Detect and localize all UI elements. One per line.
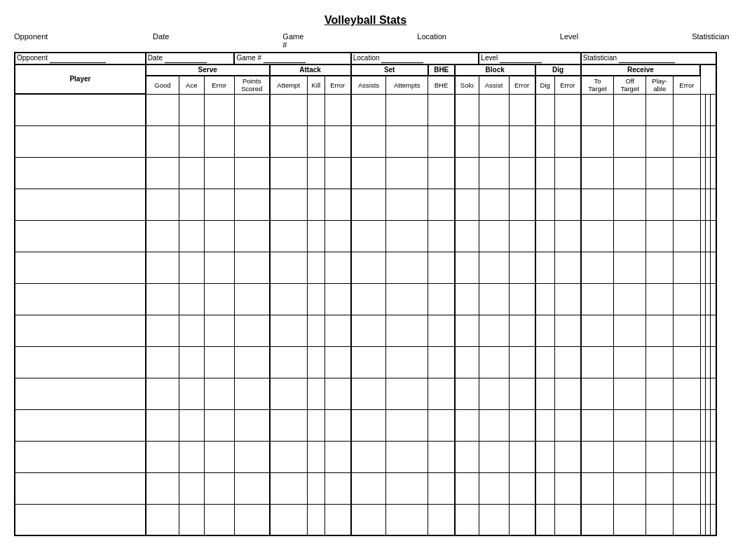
table-row: [15, 441, 716, 472]
table-row: [15, 157, 716, 189]
table-row: [15, 472, 716, 504]
group-receive: Receive: [581, 64, 700, 76]
game-field-label: Game #: [236, 54, 261, 62]
col-receive-error: Error: [674, 76, 700, 94]
level-field-label: Level: [481, 54, 498, 62]
table-row: [15, 189, 716, 220]
group-set: Set: [351, 64, 428, 76]
opponent-field-label: Opponent: [17, 54, 48, 62]
col-attack-error: Error: [324, 76, 350, 94]
group-attack: Attack: [270, 64, 351, 76]
location-label: Location: [417, 32, 446, 49]
group-dig: Dig: [535, 64, 581, 76]
col-bhe-header: BHE: [428, 64, 455, 76]
location-field-label: Location: [353, 54, 380, 62]
col-points-scored: Points Scored: [234, 76, 269, 94]
col-block-error: Error: [509, 76, 535, 94]
table-row: [15, 125, 716, 157]
date-label: Date: [153, 32, 169, 49]
col-playable: Play-able: [646, 76, 674, 94]
info-line-row: Opponent Date Game # Location Level Stat: [15, 53, 716, 64]
stats-table: Opponent Date Game # Location Level Stat: [14, 52, 717, 536]
col-set-bhe: BHE: [428, 76, 455, 94]
col-ace: Ace: [179, 76, 204, 94]
col-off-target: OffTarget: [614, 76, 646, 94]
table-row: [15, 378, 716, 409]
table-row: [15, 315, 716, 346]
statistician-label: Statistician: [692, 32, 729, 49]
info-row: Opponent Date Game # Location: [14, 32, 717, 49]
stats-body: [15, 94, 716, 535]
game-label: Game #: [282, 32, 303, 49]
col-kill: Kill: [307, 76, 324, 94]
col-good: Good: [146, 76, 179, 94]
col-dig: Dig: [535, 76, 555, 94]
table-row: [15, 220, 716, 252]
table-row: [15, 409, 716, 441]
group-header-row: Player Serve Attack Set BHE Block Dig Re…: [15, 64, 716, 76]
level-label: Level: [560, 32, 578, 49]
col-dig-error: Error: [554, 76, 580, 94]
col-player: Player: [15, 64, 146, 94]
col-to-target: ToTarget: [581, 76, 614, 94]
col-solo: Solo: [455, 76, 479, 94]
group-serve: Serve: [146, 64, 270, 76]
col-set-attempts: Attempts: [386, 76, 428, 94]
col-serve-error: Error: [204, 76, 234, 94]
statistician-field-label: Statistician: [583, 54, 617, 62]
table-row: [15, 283, 716, 315]
col-attempt: Attempt: [270, 76, 308, 94]
col-assists: Assists: [351, 76, 386, 94]
opponent-label: Opponent: [14, 32, 48, 49]
col-assist: Assist: [479, 76, 509, 94]
table-row: [15, 252, 716, 283]
date-field-label: Date: [148, 54, 163, 62]
table-row: [15, 94, 716, 125]
table-row: [15, 504, 716, 535]
group-block: Block: [455, 64, 535, 76]
table-row: [15, 346, 716, 378]
page-title: Volleyball Stats: [14, 14, 717, 27]
